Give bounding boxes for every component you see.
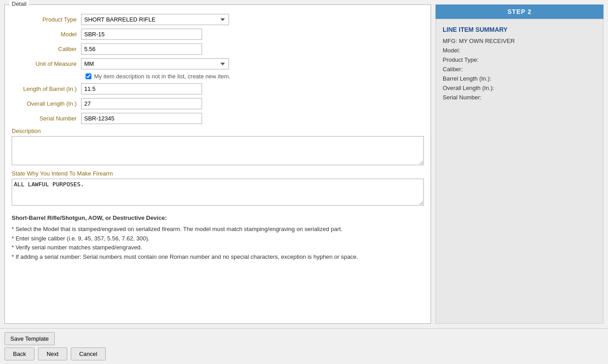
nav-buttons-row: Back Next Cancel (4, 347, 604, 360)
notes-line-1: * Select the Model that is stamped/engra… (12, 225, 424, 234)
summary-barrel-length-label: Barrel Length (In.): (443, 75, 491, 82)
description-label: Description (12, 128, 424, 134)
save-template-row: Save Template (4, 332, 604, 345)
model-label: Model (12, 31, 81, 38)
summary-box: LINE ITEM SUMMARY MFG: MY OWN RECEIVER M… (436, 19, 604, 324)
model-input[interactable] (81, 29, 202, 40)
notes-section: Short-Barrel Rifle/Shotgun, AOW, or Dest… (12, 214, 424, 262)
panel-legend: Detail (9, 0, 29, 7)
save-template-button[interactable]: Save Template (4, 332, 55, 345)
notes-line-4: * If adding a serial number: Serial numb… (12, 253, 424, 262)
summary-mfg-row: MFG: MY OWN RECEIVER (443, 38, 596, 44)
product-type-select-wrapper: SHORT BARRELED RIFLE SHORT BARRELED SHOT… (81, 14, 229, 25)
barrel-length-label: Length of Barrel (In.) (12, 86, 81, 92)
overall-length-group: Overall Length (In.) (12, 98, 424, 109)
summary-caliber-label: Caliber: (443, 66, 463, 73)
barrel-length-input[interactable] (81, 83, 202, 94)
overall-length-input[interactable] (81, 98, 202, 109)
next-button[interactable]: Next (38, 347, 67, 360)
product-type-select[interactable]: SHORT BARRELED RIFLE SHORT BARRELED SHOT… (81, 14, 229, 25)
model-group: Model (12, 29, 424, 40)
product-type-label: Product Type (12, 16, 81, 23)
intent-section: State Why You Intend To Make Firearm ALL… (12, 170, 424, 207)
product-type-group: Product Type SHORT BARRELED RIFLE SHORT … (12, 14, 424, 25)
overall-length-label: Overall Length (In.) (12, 100, 81, 107)
create-new-item-label: My item description is not in the list, … (94, 73, 230, 80)
create-new-item-checkbox[interactable] (86, 73, 91, 79)
summary-title: LINE ITEM SUMMARY (443, 26, 596, 33)
barrel-length-group: Length of Barrel (In.) (12, 83, 424, 94)
summary-serial-number-label: Serial Number: (443, 94, 482, 101)
serial-number-label: Serial Number (12, 115, 81, 122)
notes-line-3: * Verify serial number matches stamped/e… (12, 243, 424, 253)
serial-number-group: Serial Number (12, 113, 424, 124)
step-header: STEP 2 (436, 4, 604, 19)
create-new-item-checkbox-group: My item description is not in the list, … (86, 73, 424, 80)
back-button[interactable]: Back (4, 347, 34, 360)
description-section: Description (12, 128, 424, 167)
notes-title: Short-Barrel Rifle/Shotgun, AOW, or Dest… (12, 214, 424, 223)
detail-panel: Detail Product Type SHORT BARRELED RIFLE… (4, 4, 431, 324)
unit-of-measure-select-wrapper: MM IN (81, 58, 229, 69)
intent-label: State Why You Intend To Make Firearm (12, 170, 424, 177)
right-panel: STEP 2 LINE ITEM SUMMARY MFG: MY OWN REC… (436, 4, 604, 324)
summary-product-type-row: Product Type: (443, 56, 596, 63)
unit-of-measure-label: Unit of Measure (12, 60, 81, 67)
summary-overall-length-label: Overall Length (In.): (443, 85, 494, 91)
caliber-group: Caliber (12, 43, 424, 55)
bottom-bar: Save Template Back Next Cancel (0, 328, 608, 364)
summary-model-label: Model: (443, 47, 460, 54)
cancel-button[interactable]: Cancel (71, 347, 106, 360)
caliber-input[interactable] (81, 43, 202, 55)
summary-barrel-length-row: Barrel Length (In.): (443, 75, 596, 82)
summary-overall-length-row: Overall Length (In.): (443, 85, 596, 91)
unit-of-measure-select[interactable]: MM IN (81, 58, 229, 69)
caliber-label: Caliber (12, 46, 81, 52)
summary-model-row: Model: (443, 47, 596, 54)
summary-mfg-value: MY OWN RECEIVER (459, 38, 515, 44)
serial-number-input[interactable] (81, 113, 202, 124)
notes-line-2: * Enter single caliber (i.e. 9, 45, 357,… (12, 234, 424, 244)
summary-mfg-label: MFG: (443, 38, 457, 44)
description-textarea[interactable] (12, 136, 424, 165)
summary-product-type-label: Product Type: (443, 56, 479, 63)
summary-serial-number-row: Serial Number: (443, 94, 596, 101)
summary-caliber-row: Caliber: (443, 66, 596, 73)
unit-of-measure-group: Unit of Measure MM IN (12, 58, 424, 69)
intent-textarea[interactable]: ALL LAWFUL PURPOSES. (12, 179, 424, 206)
